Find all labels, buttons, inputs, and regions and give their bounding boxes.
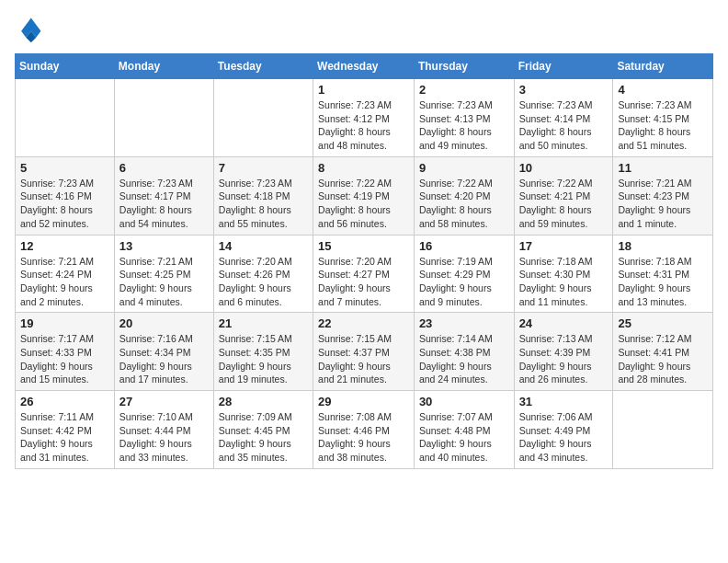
calendar-cell: 2Sunrise: 7:23 AMSunset: 4:13 PMDaylight… <box>414 79 514 157</box>
day-info: Sunrise: 7:15 AMSunset: 4:37 PMDaylight:… <box>318 332 409 386</box>
calendar-cell: 27Sunrise: 7:10 AMSunset: 4:44 PMDayligh… <box>114 391 213 469</box>
day-info: Sunrise: 7:09 AMSunset: 4:45 PMDaylight:… <box>219 410 308 465</box>
day-info: Sunrise: 7:08 AMSunset: 4:46 PMDaylight:… <box>318 410 409 465</box>
day-number: 8 <box>318 161 409 175</box>
day-info: Sunrise: 7:23 AMSunset: 4:18 PMDaylight:… <box>219 177 308 231</box>
day-info: Sunrise: 7:21 AMSunset: 4:23 PMDaylight:… <box>618 177 708 231</box>
day-number: 26 <box>20 395 109 408</box>
calendar-cell: 5Sunrise: 7:23 AMSunset: 4:16 PMDaylight… <box>16 156 115 235</box>
day-number: 7 <box>219 161 308 175</box>
calendar-cell: 14Sunrise: 7:20 AMSunset: 4:26 PMDayligh… <box>213 235 313 313</box>
day-info: Sunrise: 7:16 AMSunset: 4:34 PMDaylight:… <box>119 332 209 386</box>
day-number: 25 <box>618 316 708 330</box>
calendar-cell: 29Sunrise: 7:08 AMSunset: 4:46 PMDayligh… <box>313 391 415 469</box>
day-info: Sunrise: 7:10 AMSunset: 4:44 PMDaylight:… <box>119 410 209 465</box>
day-info: Sunrise: 7:15 AMSunset: 4:35 PMDaylight:… <box>219 332 308 386</box>
day-info: Sunrise: 7:23 AMSunset: 4:13 PMDaylight:… <box>419 98 509 153</box>
day-number: 2 <box>419 83 509 97</box>
day-info: Sunrise: 7:17 AMSunset: 4:33 PMDaylight:… <box>20 332 109 386</box>
day-number: 20 <box>119 316 209 330</box>
day-number: 30 <box>419 395 509 408</box>
calendar-week-row: 19Sunrise: 7:17 AMSunset: 4:33 PMDayligh… <box>16 313 713 391</box>
calendar-cell: 15Sunrise: 7:20 AMSunset: 4:27 PMDayligh… <box>313 235 415 313</box>
day-info: Sunrise: 7:22 AMSunset: 4:21 PMDaylight:… <box>519 177 609 231</box>
day-number: 19 <box>20 316 109 330</box>
calendar-cell: 23Sunrise: 7:14 AMSunset: 4:38 PMDayligh… <box>414 313 514 391</box>
day-number: 11 <box>618 161 708 175</box>
day-number: 16 <box>419 239 509 253</box>
calendar-cell: 22Sunrise: 7:15 AMSunset: 4:37 PMDayligh… <box>313 313 415 391</box>
calendar-cell: 12Sunrise: 7:21 AMSunset: 4:24 PMDayligh… <box>16 235 115 313</box>
calendar-cell <box>16 79 115 157</box>
day-number: 15 <box>318 239 409 253</box>
day-info: Sunrise: 7:23 AMSunset: 4:17 PMDaylight:… <box>119 177 209 231</box>
calendar-cell: 24Sunrise: 7:13 AMSunset: 4:39 PMDayligh… <box>514 313 613 391</box>
weekday-header-wednesday: Wednesday <box>313 54 415 79</box>
day-info: Sunrise: 7:23 AMSunset: 4:12 PMDaylight:… <box>318 98 409 153</box>
weekday-header-tuesday: Tuesday <box>213 54 313 79</box>
day-info: Sunrise: 7:12 AMSunset: 4:41 PMDaylight:… <box>618 332 708 386</box>
day-number: 18 <box>618 239 708 253</box>
weekday-header-saturday: Saturday <box>613 54 713 79</box>
day-info: Sunrise: 7:23 AMSunset: 4:16 PMDaylight:… <box>20 177 109 231</box>
weekday-header-friday: Friday <box>514 54 613 79</box>
calendar-cell: 11Sunrise: 7:21 AMSunset: 4:23 PMDayligh… <box>613 156 713 235</box>
calendar-cell: 19Sunrise: 7:17 AMSunset: 4:33 PMDayligh… <box>16 313 115 391</box>
calendar-cell: 18Sunrise: 7:18 AMSunset: 4:31 PMDayligh… <box>613 235 713 313</box>
day-number: 28 <box>219 395 308 408</box>
day-number: 23 <box>419 316 509 330</box>
day-info: Sunrise: 7:07 AMSunset: 4:48 PMDaylight:… <box>419 410 509 465</box>
day-number: 9 <box>419 161 509 175</box>
day-info: Sunrise: 7:20 AMSunset: 4:26 PMDaylight:… <box>219 255 308 309</box>
logo <box>15 15 46 44</box>
day-info: Sunrise: 7:18 AMSunset: 4:31 PMDaylight:… <box>618 255 708 309</box>
day-info: Sunrise: 7:13 AMSunset: 4:39 PMDaylight:… <box>519 332 609 386</box>
calendar-cell: 8Sunrise: 7:22 AMSunset: 4:19 PMDaylight… <box>313 156 415 235</box>
day-number: 17 <box>519 239 609 253</box>
calendar-week-row: 12Sunrise: 7:21 AMSunset: 4:24 PMDayligh… <box>16 235 713 313</box>
page-header <box>15 15 713 44</box>
calendar-cell: 30Sunrise: 7:07 AMSunset: 4:48 PMDayligh… <box>414 391 514 469</box>
calendar-cell: 17Sunrise: 7:18 AMSunset: 4:30 PMDayligh… <box>514 235 613 313</box>
day-number: 31 <box>519 395 609 408</box>
day-number: 13 <box>119 239 209 253</box>
calendar-cell: 25Sunrise: 7:12 AMSunset: 4:41 PMDayligh… <box>613 313 713 391</box>
calendar-cell <box>114 79 213 157</box>
day-number: 5 <box>20 161 109 175</box>
calendar-cell: 28Sunrise: 7:09 AMSunset: 4:45 PMDayligh… <box>213 391 313 469</box>
calendar-week-row: 5Sunrise: 7:23 AMSunset: 4:16 PMDaylight… <box>16 156 713 235</box>
day-info: Sunrise: 7:21 AMSunset: 4:25 PMDaylight:… <box>119 255 209 309</box>
calendar-cell: 4Sunrise: 7:23 AMSunset: 4:15 PMDaylight… <box>613 79 713 157</box>
day-info: Sunrise: 7:22 AMSunset: 4:19 PMDaylight:… <box>318 177 409 231</box>
day-number: 6 <box>119 161 209 175</box>
calendar-cell: 10Sunrise: 7:22 AMSunset: 4:21 PMDayligh… <box>514 156 613 235</box>
day-number: 29 <box>318 395 409 408</box>
day-info: Sunrise: 7:22 AMSunset: 4:20 PMDaylight:… <box>419 177 509 231</box>
day-info: Sunrise: 7:11 AMSunset: 4:42 PMDaylight:… <box>20 410 109 465</box>
day-info: Sunrise: 7:20 AMSunset: 4:27 PMDaylight:… <box>318 255 409 309</box>
day-number: 21 <box>219 316 308 330</box>
day-number: 27 <box>119 395 209 408</box>
day-number: 12 <box>20 239 109 253</box>
day-number: 10 <box>519 161 609 175</box>
day-number: 4 <box>618 83 708 97</box>
day-info: Sunrise: 7:19 AMSunset: 4:29 PMDaylight:… <box>419 255 509 309</box>
calendar-cell: 9Sunrise: 7:22 AMSunset: 4:20 PMDaylight… <box>414 156 514 235</box>
weekday-header-row: SundayMondayTuesdayWednesdayThursdayFrid… <box>16 54 713 79</box>
day-number: 14 <box>219 239 308 253</box>
calendar-cell: 6Sunrise: 7:23 AMSunset: 4:17 PMDaylight… <box>114 156 213 235</box>
day-number: 3 <box>519 83 609 97</box>
day-info: Sunrise: 7:14 AMSunset: 4:38 PMDaylight:… <box>419 332 509 386</box>
calendar-cell: 3Sunrise: 7:23 AMSunset: 4:14 PMDaylight… <box>514 79 613 157</box>
weekday-header-sunday: Sunday <box>16 54 115 79</box>
calendar-cell: 26Sunrise: 7:11 AMSunset: 4:42 PMDayligh… <box>16 391 115 469</box>
calendar-cell: 21Sunrise: 7:15 AMSunset: 4:35 PMDayligh… <box>213 313 313 391</box>
calendar-cell: 16Sunrise: 7:19 AMSunset: 4:29 PMDayligh… <box>414 235 514 313</box>
calendar-week-row: 26Sunrise: 7:11 AMSunset: 4:42 PMDayligh… <box>16 391 713 469</box>
day-info: Sunrise: 7:21 AMSunset: 4:24 PMDaylight:… <box>20 255 109 309</box>
day-info: Sunrise: 7:18 AMSunset: 4:30 PMDaylight:… <box>519 255 609 309</box>
day-number: 22 <box>318 316 409 330</box>
weekday-header-monday: Monday <box>114 54 213 79</box>
weekday-header-thursday: Thursday <box>414 54 514 79</box>
calendar-week-row: 1Sunrise: 7:23 AMSunset: 4:12 PMDaylight… <box>16 79 713 157</box>
